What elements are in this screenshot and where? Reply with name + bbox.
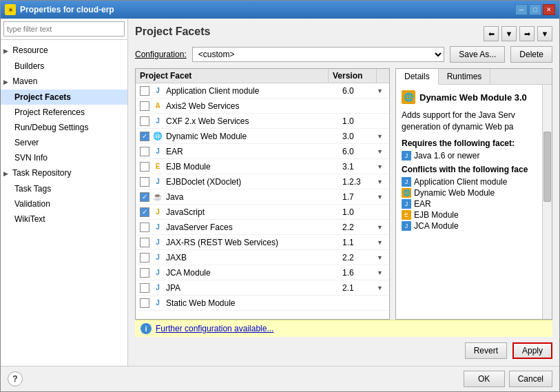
sidebar-item-resource[interactable]: ▶ Resource [1, 43, 127, 59]
tab-details[interactable]: Details [396, 69, 439, 85]
facet-version: 1.2.3 [342, 177, 377, 187]
facet-dropdown[interactable]: ▼ [377, 269, 388, 276]
dialog-window: ☀ Properties for cloud-erp ─ □ ✕ ▶ Resou… [0, 0, 560, 392]
facet-icon: J [152, 207, 163, 218]
menu-button[interactable]: ▼ [537, 26, 552, 41]
details-scrollbar[interactable] [542, 85, 552, 319]
facet-name: Dynamic Web Module [166, 132, 342, 141]
config-label: Configuration: [135, 50, 187, 59]
sidebar-item-task-repository[interactable]: ▶ Task Repository [1, 165, 127, 181]
small-java-icon: J [402, 151, 411, 161]
facet-dropdown[interactable]: ▼ [377, 254, 388, 261]
sidebar-item-server[interactable]: Server [1, 135, 127, 150]
details-list-item: J Application Client module [402, 177, 537, 187]
sidebar-item-run-debug[interactable]: Run/Debug Settings [1, 120, 127, 135]
details-conflict-item: EJB Module [414, 210, 459, 220]
revert-button[interactable]: Revert [465, 342, 507, 359]
facet-icon: J [152, 176, 163, 187]
facet-version: 3.1 [342, 162, 377, 172]
window-title: Properties for cloud-erp [20, 5, 515, 14]
sidebar-item-task-tags[interactable]: Task Tags [1, 181, 127, 196]
save-as-button[interactable]: Save As... [450, 46, 505, 63]
config-select[interactable]: <custom> [192, 47, 445, 62]
facet-icon: J [152, 116, 163, 127]
facet-version: 2.1 [342, 283, 377, 293]
facets-header: Project Facet Version [136, 69, 389, 83]
arrow-icon: ▶ [3, 45, 10, 57]
main-content: ▶ Resource Builders ▶ Maven Project Face… [1, 19, 559, 366]
facet-name: EAR [166, 147, 342, 156]
sidebar-item-project-facets[interactable]: Project Facets [1, 90, 127, 105]
sidebar-item-svn-info[interactable]: SVN Info [1, 150, 127, 165]
facet-dropdown[interactable]: ▼ [377, 224, 388, 231]
facet-checkbox-checked[interactable]: ✓ [140, 192, 149, 202]
facet-name: EJB Module [166, 162, 342, 172]
facet-row: ✓ 🌐 Dynamic Web Module 3.0 ▼ [136, 129, 389, 144]
cancel-button[interactable]: Cancel [509, 371, 552, 387]
facet-checkbox[interactable] [140, 116, 149, 126]
sidebar: ▶ Resource Builders ▶ Maven Project Face… [1, 19, 128, 366]
sidebar-item-builders[interactable]: Builders [1, 59, 127, 74]
sidebar-item-validation[interactable]: Validation [1, 196, 127, 212]
facet-checkbox[interactable] [140, 147, 149, 156]
filter-input[interactable] [3, 21, 125, 37]
help-button[interactable]: ? [8, 371, 23, 386]
facet-dropdown[interactable]: ▼ [377, 87, 388, 94]
dropdown-button[interactable]: ▼ [501, 26, 517, 41]
facet-dropdown[interactable]: ▼ [377, 194, 388, 200]
facets-list: Project Facet Version J Application Clie… [135, 68, 390, 320]
back-button[interactable]: ⬅ [484, 26, 499, 41]
tab-runtimes[interactable]: Runtimes [439, 69, 491, 84]
facet-checkbox[interactable] [140, 177, 149, 187]
close-button[interactable]: ✕ [543, 4, 555, 15]
minimize-button[interactable]: ─ [515, 4, 528, 15]
details-list-item: 🌐 Dynamic Web Module [402, 188, 537, 198]
facet-icon: J [152, 146, 163, 157]
facet-dropdown[interactable]: ▼ [377, 285, 388, 291]
facet-version: 3.0 [342, 132, 377, 141]
facet-dropdown[interactable]: ▼ [377, 178, 388, 185]
facet-dropdown[interactable]: ▼ [377, 133, 388, 140]
title-bar: ☀ Properties for cloud-erp ─ □ ✕ [1, 1, 559, 19]
facet-version: 1.7 [342, 192, 377, 202]
maximize-button[interactable]: □ [529, 4, 541, 15]
sidebar-item-maven[interactable]: ▶ Maven [1, 74, 127, 90]
facet-dropdown[interactable]: ▼ [377, 148, 388, 155]
info-bar: i Further configuration available... [135, 320, 552, 337]
sidebar-item-project-references[interactable]: Project References [1, 105, 127, 120]
small-icon: J [402, 199, 411, 209]
facet-checkbox[interactable] [140, 238, 149, 247]
facet-row: J JPA 2.1 ▼ [136, 280, 389, 296]
facet-checkbox[interactable] [140, 268, 149, 278]
facet-checkbox[interactable] [140, 162, 149, 172]
small-icon: J [402, 177, 411, 187]
facet-checkbox[interactable] [140, 101, 149, 111]
panel-bottom-buttons: Revert Apply [135, 342, 552, 359]
facet-row: J JCA Module 1.6 ▼ [136, 265, 389, 280]
facet-version: 2.2 [342, 253, 377, 262]
facet-checkbox[interactable] [140, 283, 149, 293]
facet-checkbox[interactable] [140, 86, 149, 96]
facet-icon: J [152, 222, 163, 233]
delete-button[interactable]: Delete [510, 46, 552, 63]
bottom-bar: ? OK Cancel [1, 366, 559, 391]
facet-checkbox-checked[interactable]: ✓ [140, 207, 149, 217]
further-config-link[interactable]: Further configuration available... [156, 324, 273, 333]
facet-checkbox-checked[interactable]: ✓ [140, 132, 149, 141]
details-conflict-item: Dynamic Web Module [414, 188, 495, 198]
details-list-item: J EAR [402, 199, 537, 209]
sidebar-item-wikitext[interactable]: WikiText [1, 212, 127, 227]
facet-dropdown[interactable]: ▼ [377, 239, 388, 246]
facet-checkbox[interactable] [140, 253, 149, 262]
forward-button[interactable]: ➡ [519, 26, 535, 41]
facet-name: Application Client module [166, 86, 342, 96]
facet-checkbox[interactable] [140, 223, 149, 232]
facet-row: J JAXB 2.2 ▼ [136, 250, 389, 265]
ok-button[interactable]: OK [464, 371, 505, 387]
facet-icon: J [152, 298, 163, 309]
apply-button[interactable]: Apply [512, 342, 552, 359]
config-row: Configuration: <custom> Save As... Delet… [135, 46, 552, 63]
facet-dropdown[interactable]: ▼ [377, 163, 388, 170]
details-content: 🌐 Dynamic Web Module 3.0 Adds support fo… [396, 85, 542, 319]
facet-checkbox[interactable] [140, 298, 149, 308]
